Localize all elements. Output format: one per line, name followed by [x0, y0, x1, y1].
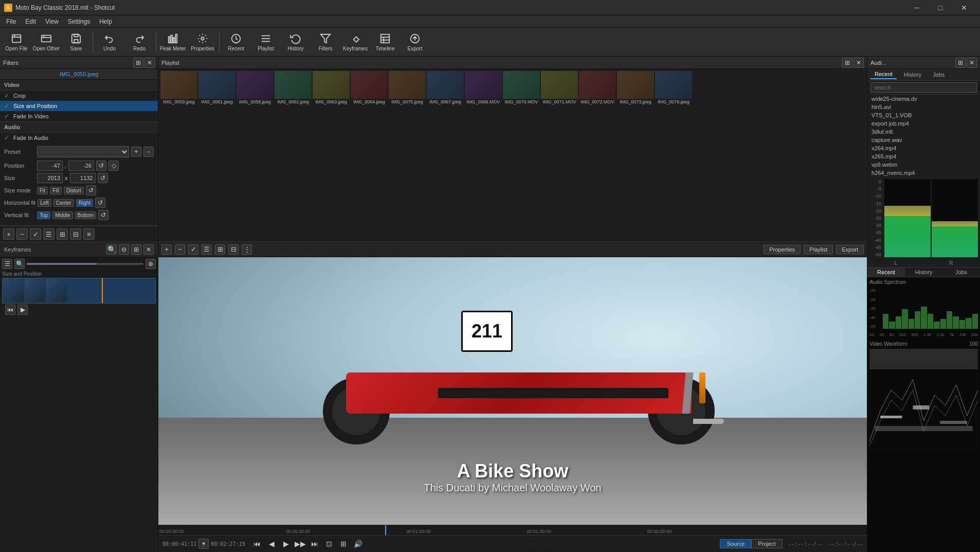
- prev-skip-start[interactable]: ⏮: [251, 538, 263, 550]
- playlist-expand-button[interactable]: ⊞: [842, 58, 852, 68]
- keyframes-button[interactable]: Keyframes: [341, 29, 370, 56]
- r-bot-recent[interactable]: Recent: [867, 268, 905, 277]
- hfit-left[interactable]: Left: [38, 199, 51, 207]
- playlist-item-3[interactable]: IMG_0058.jpeg: [237, 71, 274, 105]
- prev-loop[interactable]: ⊡: [323, 538, 335, 550]
- save-button[interactable]: Save: [62, 29, 90, 56]
- menu-settings[interactable]: Settings: [64, 17, 94, 26]
- kf-zoom-in-button[interactable]: 🔍: [106, 244, 117, 255]
- filters-expand-button[interactable]: ⊞: [133, 58, 143, 68]
- playlist-check-button[interactable]: ✓: [188, 244, 198, 255]
- kf-prev-button[interactable]: ⏮: [5, 305, 15, 315]
- filter-confirm-button[interactable]: ✓: [30, 228, 41, 240]
- position-y-input[interactable]: [68, 161, 94, 171]
- recent-file-4[interactable]: 3dlut.mlt: [867, 128, 980, 136]
- playlist-item-13[interactable]: IMG_0073.jpeg: [617, 71, 654, 105]
- hfit-right[interactable]: Right: [76, 199, 93, 207]
- playlist-grid-button[interactable]: ⊞: [215, 244, 225, 255]
- position-x-input[interactable]: [37, 161, 63, 171]
- menu-file[interactable]: File: [2, 17, 20, 26]
- menu-view[interactable]: View: [41, 17, 63, 26]
- filters-close-button[interactable]: ✕: [144, 58, 155, 68]
- right-close[interactable]: ✕: [967, 58, 977, 68]
- kf-play-button[interactable]: ▶: [17, 305, 28, 315]
- tab-recent[interactable]: Recent: [870, 70, 897, 79]
- kf-menu-button[interactable]: ☰: [2, 259, 12, 269]
- playlist-item-4[interactable]: IMG_0062.jpeg: [275, 71, 312, 105]
- prev-step-fwd[interactable]: ▶▶: [294, 538, 306, 550]
- playlist-split-button[interactable]: ⊟: [228, 244, 239, 255]
- size-w-input[interactable]: [37, 173, 63, 183]
- search-input[interactable]: [870, 82, 977, 93]
- peak-meter-button[interactable]: Peak Meter: [158, 29, 187, 56]
- close-button[interactable]: ✕: [952, 0, 976, 15]
- position-reset-button[interactable]: ↺: [96, 161, 106, 171]
- size-h-input[interactable]: [70, 173, 96, 183]
- recent-file-0[interactable]: wide25-cinema.dv: [867, 95, 980, 103]
- playlist-button[interactable]: Playlist: [251, 29, 280, 56]
- size-mode-fit[interactable]: Fit: [37, 187, 48, 194]
- filter-fade-in-video[interactable]: ✓ Fade In Video: [0, 111, 158, 121]
- size-mode-fill[interactable]: Fill: [50, 187, 62, 194]
- maximize-button[interactable]: □: [929, 0, 952, 15]
- redo-button[interactable]: Redo: [125, 29, 154, 56]
- filter-add-button[interactable]: +: [3, 228, 14, 240]
- undo-button[interactable]: Undo: [95, 29, 124, 56]
- preview-timecode-button[interactable]: ▼: [198, 539, 209, 549]
- history-button[interactable]: History: [281, 29, 310, 56]
- preview-ruler[interactable]: 00:00:00:00 00:00:30:00 00:01:00:00 00:0…: [158, 525, 867, 536]
- properties-button[interactable]: Properties: [764, 245, 801, 254]
- filters-button[interactable]: Filters: [311, 29, 340, 56]
- size-mode-distort[interactable]: Distort: [64, 187, 84, 194]
- filter-crop[interactable]: ✓ Crop: [0, 91, 158, 101]
- playlist-add-button[interactable]: +: [161, 244, 172, 255]
- prev-skip-end[interactable]: ⏭: [308, 538, 321, 550]
- timeline-button[interactable]: Timeline: [371, 29, 400, 56]
- recent-file-1[interactable]: hin5.avi: [867, 103, 980, 111]
- playlist-item-7[interactable]: IMG_0075.jpeg: [389, 71, 426, 105]
- menu-help[interactable]: Help: [95, 17, 116, 26]
- prev-grid[interactable]: ⊞: [337, 538, 350, 550]
- prev-volume[interactable]: 🔊: [352, 538, 364, 550]
- hfit-reset[interactable]: ↺: [95, 198, 105, 208]
- filter-more-button[interactable]: ≡: [83, 228, 95, 240]
- recent-file-6[interactable]: x264.mp4: [867, 144, 980, 152]
- playlist-item-8[interactable]: IMG_0067.jpeg: [427, 71, 464, 105]
- kf-expand-button[interactable]: ⊞: [131, 244, 141, 255]
- playlist-item-6[interactable]: IMG_0064.jpeg: [351, 71, 388, 105]
- playlist-dots-button[interactable]: ⋮: [242, 244, 252, 255]
- playlist-item-12[interactable]: IMG_0072.MOV: [579, 71, 616, 105]
- vfit-bottom[interactable]: Bottom: [75, 211, 97, 219]
- size-mode-reset[interactable]: ↺: [86, 185, 96, 195]
- filter-list-button[interactable]: ☰: [43, 228, 55, 240]
- playlist-item-5[interactable]: IMG_0063.jpeg: [313, 71, 350, 105]
- export-button[interactable]: Export: [401, 29, 429, 56]
- prev-step-back[interactable]: ◀: [265, 538, 278, 550]
- preset-remove-button[interactable]: −: [143, 147, 154, 157]
- hfit-center[interactable]: Center: [53, 199, 74, 207]
- kf-zoom-button[interactable]: 🔍: [14, 259, 25, 269]
- recent-file-2[interactable]: VTS_01_1.VOB: [867, 111, 980, 119]
- filter-grid-button[interactable]: ⊞: [57, 228, 68, 240]
- filter-remove-button[interactable]: −: [16, 228, 28, 240]
- recent-file-7[interactable]: x265.mp4: [867, 152, 980, 161]
- filter-split-button[interactable]: ⊟: [70, 228, 81, 240]
- tab-history[interactable]: History: [900, 70, 925, 79]
- tab-jobs[interactable]: Jobs: [929, 70, 949, 79]
- recent-file-5[interactable]: capture.wav: [867, 136, 980, 144]
- prev-play[interactable]: ▶: [280, 538, 292, 550]
- export-playlist-button[interactable]: Export: [836, 245, 864, 254]
- position-keyframe-button[interactable]: ◇: [108, 161, 119, 171]
- recent-file-9[interactable]: h264_nvenc.mp4: [867, 169, 980, 177]
- playlist-item-2[interactable]: IMG_0061.jpeg: [198, 71, 235, 105]
- playlist-item-14[interactable]: IMG_0076.jpeg: [655, 71, 692, 105]
- properties-button[interactable]: Properties: [188, 29, 217, 56]
- minimize-button[interactable]: ─: [905, 0, 929, 15]
- vfit-reset[interactable]: ↺: [98, 210, 108, 220]
- preset-select[interactable]: [37, 146, 129, 157]
- open-other-button[interactable]: Open Other: [32, 29, 61, 56]
- keyframes-clip[interactable]: [2, 278, 156, 304]
- filter-fade-in-audio[interactable]: ✓ Fade In Audio: [0, 133, 158, 143]
- r-bot-history[interactable]: History: [905, 268, 942, 277]
- playlist-item-11[interactable]: IMG_0071.MOV: [541, 71, 578, 105]
